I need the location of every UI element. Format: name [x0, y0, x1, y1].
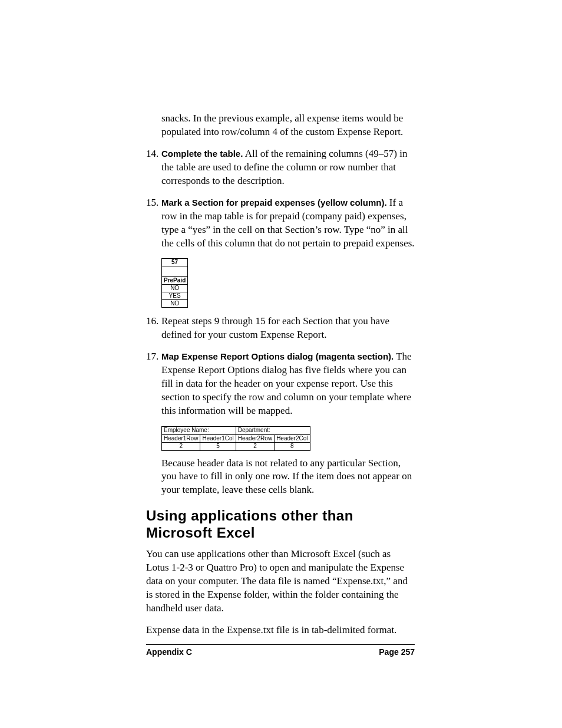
- step-body: Complete the table. All of the remaining…: [161, 147, 415, 188]
- step-number: 17.: [146, 350, 161, 418]
- footer-right: Page 257: [379, 647, 415, 657]
- prepaid-cell: NO: [162, 285, 188, 292]
- hm-value: 2: [236, 443, 274, 451]
- step-16: 16. Repeat steps 9 through 15 for each S…: [146, 315, 415, 342]
- body-paragraph-2: Expense data in the Expense.txt file is …: [146, 624, 415, 637]
- prepaid-cell: NO: [162, 300, 188, 308]
- footer-rule: [146, 644, 415, 645]
- hm-header: Header1Col: [200, 434, 236, 443]
- header-map-table: Employee Name: Department: Header1Row He…: [161, 426, 310, 451]
- step-lead: Map Expense Report Options dialog (magen…: [161, 351, 394, 361]
- step-number: 15.: [146, 196, 161, 251]
- step-15: 15. Mark a Section for prepaid expenses …: [146, 196, 415, 251]
- step-body: Map Expense Report Options dialog (magen…: [161, 350, 415, 418]
- prepaid-blank: [162, 266, 188, 277]
- footer-left: Appendix C: [146, 647, 192, 657]
- page-footer: Appendix C Page 257: [146, 644, 415, 657]
- step-number: 14.: [146, 147, 161, 188]
- section-heading: Using applications other than Microsoft …: [146, 508, 415, 542]
- hm-top-right: Department:: [236, 427, 310, 435]
- hm-top-left: Employee Name:: [162, 427, 236, 435]
- hm-header: Header2Col: [275, 434, 310, 443]
- hm-value: 8: [275, 443, 310, 451]
- hm-header: Header1Row: [162, 434, 200, 443]
- prepaid-table: 57 PrePaid NO YES NO: [161, 258, 188, 308]
- after-17-note: Because header data is not related to an…: [161, 457, 415, 498]
- step-text: Repeat steps 9 through 15 for each Secti…: [161, 315, 389, 340]
- step-body: Repeat steps 9 through 15 for each Secti…: [161, 315, 415, 342]
- intro-continuation: snacks. In the previous example, all exp…: [161, 112, 415, 139]
- step-body: Mark a Section for prepaid expenses (yel…: [161, 196, 415, 251]
- step-number: 16.: [146, 315, 161, 342]
- prepaid-row-header: PrePaid: [162, 277, 188, 285]
- step-17: 17. Map Expense Report Options dialog (m…: [146, 350, 415, 418]
- page-content: snacks. In the previous example, all exp…: [146, 112, 415, 645]
- hm-value: 2: [162, 443, 200, 451]
- step-lead: Complete the table.: [161, 149, 243, 159]
- hm-value: 5: [200, 443, 236, 451]
- hm-header: Header2Row: [236, 434, 274, 443]
- prepaid-col-header: 57: [162, 259, 188, 266]
- step-lead: Mark a Section for prepaid expenses (yel…: [161, 197, 387, 207]
- prepaid-cell: YES: [162, 292, 188, 300]
- step-14: 14. Complete the table. All of the remai…: [146, 147, 415, 188]
- body-paragraph-1: You can use applications other than Micr…: [146, 548, 415, 615]
